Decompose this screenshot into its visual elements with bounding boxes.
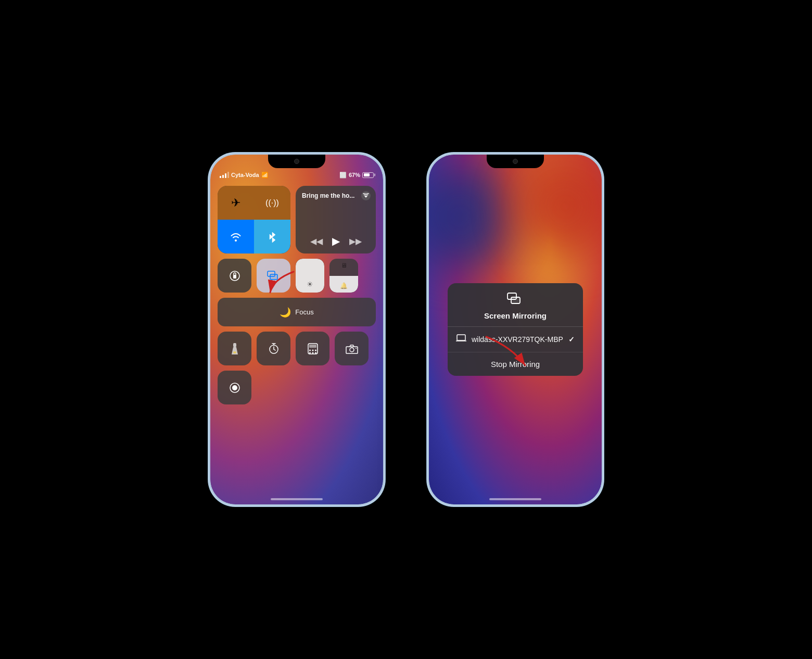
screen-record-icon [229, 382, 240, 394]
focus-tile[interactable]: 🌙 Focus [218, 298, 376, 326]
status-bar-1: Cyta-Voda 📶 ⬜ 67% [210, 169, 383, 181]
svg-point-18 [315, 352, 316, 353]
home-indicator-2 [489, 498, 541, 500]
svg-point-17 [312, 352, 313, 353]
battery-icon [362, 172, 374, 178]
tv-icon: 🖥 [341, 262, 347, 269]
svg-rect-4 [233, 343, 236, 347]
cc-row-bottom [218, 332, 376, 365]
brightness-icon: ☀ [307, 280, 313, 288]
timer-icon [268, 343, 280, 354]
wifi-status-icon: 📶 [261, 172, 269, 179]
screen-cast-status-icon: ⬜ [339, 172, 347, 179]
cc-row-top: ✈ ((·)) [218, 186, 376, 254]
svg-point-5 [233, 351, 236, 353]
signal-bar-2 [222, 175, 224, 178]
popup-stop-row[interactable]: Stop Mirroring [448, 352, 583, 376]
calculator-tile[interactable] [296, 332, 329, 365]
iphone-2: Screen Mirroring wildass-XXVR279TQK-MBP … [427, 153, 604, 506]
media-player[interactable]: Bring me the ho... ◀◀ ▶ ▶▶ [296, 186, 376, 254]
timer-tile[interactable] [257, 332, 290, 365]
device-name-label: wildass-XXVR279TQK-MBP [472, 335, 563, 344]
volume-slider[interactable]: 🔔 🖥 [329, 259, 358, 293]
flashlight-icon [231, 343, 239, 354]
camera-dot-2 [513, 159, 518, 164]
signal-bar-3 [225, 173, 226, 178]
status-left-1: Cyta-Voda 📶 [220, 172, 269, 179]
airplay-badge [361, 191, 371, 200]
orientation-lock-icon [229, 270, 240, 282]
focus-label: Focus [295, 308, 313, 316]
volume-icon: 🔔 [340, 282, 348, 289]
camera-icon [346, 344, 358, 354]
media-title: Bring me the ho... [302, 192, 370, 199]
notch-2 [487, 155, 544, 168]
media-prev-button[interactable]: ◀◀ [310, 236, 323, 246]
svg-point-22 [232, 385, 237, 390]
cc-row-focus: 🌙 Focus [218, 298, 376, 326]
phone1-screen: Cyta-Voda 📶 ⬜ 67% [210, 155, 383, 504]
laptop-icon [456, 334, 466, 345]
cellular-icon: ((·)) [265, 198, 279, 208]
checkmark-icon: ✓ [568, 335, 575, 344]
svg-line-8 [274, 349, 275, 350]
cc-row-last [218, 371, 376, 404]
moon-icon: 🌙 [280, 307, 291, 318]
popup-header: Screen Mirroring [448, 283, 583, 327]
connectivity-block[interactable]: ✈ ((·)) [218, 186, 290, 254]
media-next-button[interactable]: ▶▶ [349, 236, 362, 246]
battery-percent-label: 67% [349, 172, 360, 178]
control-center: ✈ ((·)) [218, 186, 376, 404]
popup-device-row[interactable]: wildass-XXVR279TQK-MBP ✓ [448, 327, 583, 352]
phone2-screen: Screen Mirroring wildass-XXVR279TQK-MBP … [429, 155, 602, 504]
signal-bars [220, 172, 229, 178]
battery-fill [364, 173, 370, 176]
orientation-lock-tile[interactable] [218, 259, 251, 293]
svg-point-16 [309, 352, 311, 353]
svg-point-20 [356, 348, 357, 349]
calculator-icon [308, 343, 318, 354]
svg-point-13 [309, 349, 311, 351]
popup-mirror-icon [507, 293, 524, 308]
screen-mirror-icon [267, 271, 281, 281]
bluetooth-icon [268, 231, 276, 243]
svg-point-19 [350, 348, 354, 352]
svg-rect-26 [457, 335, 465, 340]
cellular-tile[interactable]: ((·)) [254, 186, 290, 220]
screen-record-tile[interactable] [218, 371, 251, 404]
svg-rect-25 [511, 297, 520, 303]
iphone-1: Cyta-Voda 📶 ⬜ 67% [208, 153, 385, 506]
screen-mirror-tile[interactable] [257, 259, 290, 293]
brightness-slider[interactable]: ☀ [296, 259, 324, 293]
cc-row-middle: ☀ 🔔 🖥 [218, 259, 376, 293]
wifi-tile[interactable] [218, 220, 254, 254]
svg-point-14 [312, 349, 313, 351]
status-right-1: ⬜ 67% [339, 172, 374, 179]
svg-rect-3 [270, 274, 277, 280]
popup-title: Screen Mirroring [484, 311, 547, 320]
home-indicator-1 [271, 498, 323, 500]
cc-sliders: ☀ 🔔 🖥 [296, 259, 358, 293]
flashlight-tile[interactable] [218, 332, 251, 365]
svg-rect-1 [233, 275, 236, 278]
carrier-label: Cyta-Voda [231, 172, 259, 178]
signal-bar-1 [220, 176, 221, 178]
svg-rect-12 [309, 345, 316, 348]
svg-point-15 [315, 349, 316, 351]
signal-bar-4 [227, 172, 229, 178]
screen-mirroring-popup[interactable]: Screen Mirroring wildass-XXVR279TQK-MBP … [448, 283, 583, 376]
airplane-mode-tile[interactable]: ✈ [218, 186, 254, 220]
camera-dot-1 [294, 159, 299, 164]
bluetooth-tile[interactable] [254, 220, 290, 254]
media-play-button[interactable]: ▶ [332, 235, 340, 247]
wifi-icon [230, 232, 242, 242]
camera-tile[interactable] [335, 332, 369, 365]
media-controls[interactable]: ◀◀ ▶ ▶▶ [302, 235, 370, 247]
airplane-icon: ✈ [231, 196, 240, 210]
notch-1 [268, 155, 325, 168]
stop-mirroring-label[interactable]: Stop Mirroring [491, 360, 540, 369]
